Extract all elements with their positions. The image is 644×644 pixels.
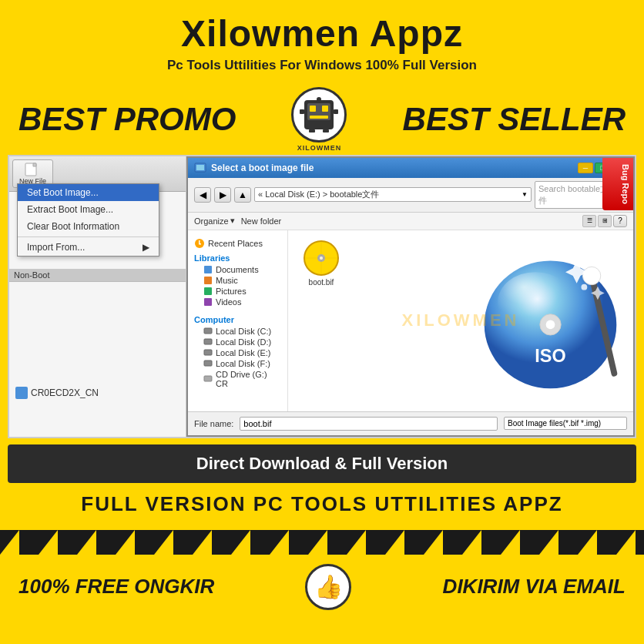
view-detail-button[interactable]: ⊞ <box>598 215 612 227</box>
svg-rect-44 <box>0 530 644 555</box>
svg-text:ISO: ISO <box>535 346 565 366</box>
iso-disc-svg: ISO <box>475 246 626 396</box>
pictures-icon <box>203 287 213 296</box>
free-ongkir-text: 100% FREE ONGKIR <box>18 575 214 599</box>
logo-svg <box>297 92 341 137</box>
tree-item-label: CR0ECD2X_CN <box>31 387 99 398</box>
panel-item-local-d[interactable]: Local Disk (D:) <box>191 337 284 347</box>
dikirim-text: DIKIRIM VIA EMAIL <box>443 575 626 599</box>
videos-icon <box>203 297 213 307</box>
bottom-section: FULL VERSION PC TOOLS UTTILITIES APPZ <box>0 483 644 524</box>
panel-item-local-f[interactable]: Local Disk (F:) <box>191 358 284 369</box>
file-name-label: boot.bif <box>309 278 334 287</box>
svg-rect-20 <box>204 287 212 295</box>
hazard-svg <box>0 530 644 555</box>
view-icons: ☰ ⊞ ? <box>582 215 627 227</box>
disk-d-icon <box>203 338 213 346</box>
svg-rect-6 <box>300 109 304 114</box>
context-menu-item-extract-boot[interactable]: Extract Boot Image... <box>18 201 159 218</box>
svg-rect-9 <box>323 129 329 132</box>
dialog-title-text: Select a boot image file <box>194 162 314 174</box>
recent-places-icon <box>194 238 205 249</box>
file-dialog: Select a boot image file ─ □ ✕ ◀ ▶ ▲ « L… <box>186 156 635 437</box>
svg-rect-19 <box>204 277 212 284</box>
bug-report-tab[interactable]: Bug Repo <box>602 158 633 210</box>
disk-f-icon <box>203 360 213 367</box>
forward-button[interactable]: ▶ <box>214 187 231 203</box>
best-seller-label: BEST SELLER <box>403 101 626 138</box>
organize-button[interactable]: Organize ▾ <box>194 216 235 226</box>
download-banner-text: Direct Download & Full Version <box>17 454 627 474</box>
panel-item-local-e[interactable]: Local Disk (E:) <box>191 347 284 358</box>
new-folder-button[interactable]: New folder <box>241 216 282 226</box>
back-button[interactable]: ◀ <box>194 187 211 203</box>
tree-item-icon <box>15 387 28 399</box>
app-title: Xilowmen Appz <box>15 14 629 55</box>
screenshot-section: New File Set Boot Image... Extract Boot … <box>8 155 636 438</box>
svg-rect-23 <box>204 339 212 344</box>
panel-item-videos[interactable]: Videos <box>191 297 284 307</box>
svg-point-36 <box>546 320 555 329</box>
brand-label: XILOWMEN <box>297 144 342 152</box>
dialog-content: Recent Places Libraries Documents <box>188 230 633 411</box>
best-promo-label: BEST PROMO <box>18 101 236 138</box>
panel-item-pictures[interactable]: Pictures <box>191 286 284 297</box>
filename-input[interactable]: boot.bif <box>240 417 498 431</box>
file-item-boot[interactable]: boot.bif <box>294 236 348 290</box>
main-container: Xilowmen Appz Pc Tools Uttilities For Wi… <box>0 0 644 644</box>
address-input[interactable]: « Local Disk (E:) > bootable文件 ▼ <box>254 187 532 202</box>
filetype-select[interactable]: Boot Image files(*.bif *.img) <box>504 417 627 430</box>
bottom-info-row: 100% FREE ONGKIR 👍 DIKIRIM VIA EMAIL <box>0 561 644 613</box>
panel-item-documents[interactable]: Documents <box>191 264 284 275</box>
hazard-stripe-row <box>0 530 644 555</box>
view-list-button[interactable]: ☰ <box>582 215 596 227</box>
filename-label: File name: <box>194 419 233 428</box>
cd-drive-icon <box>203 375 213 383</box>
logo-circle <box>291 87 347 143</box>
help-button[interactable]: ? <box>613 215 627 227</box>
svg-rect-25 <box>204 361 212 366</box>
panel-item-local-c[interactable]: Local Disk (C:) <box>191 326 284 337</box>
disk-e-icon <box>203 349 213 357</box>
download-banner: Direct Download & Full Version <box>8 444 636 483</box>
panel-item-cd-drive[interactable]: CD Drive (G:) CR <box>191 369 284 389</box>
svg-rect-17 <box>199 243 201 245</box>
libraries-section: Libraries <box>191 250 284 264</box>
boot-bif-file-icon <box>303 240 340 277</box>
top-section: Xilowmen Appz Pc Tools Uttilities For Wi… <box>0 0 644 81</box>
win-app: New File Set Boot Image... Extract Boot … <box>9 156 635 437</box>
panel-item-music[interactable]: Music <box>191 275 284 286</box>
svg-point-39 <box>582 267 600 284</box>
new-file-icon <box>24 163 42 176</box>
minimize-button[interactable]: ─ <box>578 163 593 173</box>
svg-rect-21 <box>204 298 212 306</box>
svg-rect-14 <box>196 165 204 170</box>
svg-point-34 <box>498 272 573 332</box>
disk-c-icon <box>203 327 213 335</box>
non-boot-section-label: Non-Boot <box>9 269 186 282</box>
svg-marker-12 <box>33 163 36 166</box>
context-menu-item-clear-boot[interactable]: Clear Boot Information <box>18 218 159 235</box>
svg-rect-7 <box>334 109 338 114</box>
promo-row: BEST PROMO XILOWMEN BEST SE <box>0 81 644 155</box>
address-text: « Local Disk (E:) > bootable文件 <box>258 189 379 200</box>
svg-rect-24 <box>204 350 212 355</box>
dialog-titlebar: Select a boot image file ─ □ ✕ <box>188 158 633 178</box>
app-sidebar: New File Set Boot Image... Extract Boot … <box>9 156 186 437</box>
context-menu-item-set-boot[interactable]: Set Boot Image... <box>18 184 159 201</box>
app-subtitle: Pc Tools Uttilities For Windows 100% Ful… <box>15 58 629 73</box>
computer-section: Computer <box>191 312 284 326</box>
svg-rect-3 <box>322 106 328 112</box>
up-button[interactable]: ▲ <box>234 187 251 203</box>
tree-item[interactable]: CR0ECD2X_CN <box>9 385 186 401</box>
full-version-text: FULL VERSION PC TOOLS UTTILITIES APPZ <box>15 492 629 516</box>
search-placeholder: Search bootable文件 <box>538 183 612 206</box>
svg-point-40 <box>581 284 587 290</box>
dialog-address-bar: ◀ ▶ ▲ « Local Disk (E:) > bootable文件 ▼ S… <box>188 178 633 213</box>
dialog-left-panel: Recent Places Libraries Documents <box>188 230 288 411</box>
svg-rect-26 <box>204 376 212 381</box>
panel-item-recent[interactable]: Recent Places <box>191 236 284 250</box>
dialog-icon <box>194 162 206 174</box>
svg-rect-22 <box>204 328 212 334</box>
context-menu-item-import[interactable]: Import From... ▶ <box>18 239 159 256</box>
